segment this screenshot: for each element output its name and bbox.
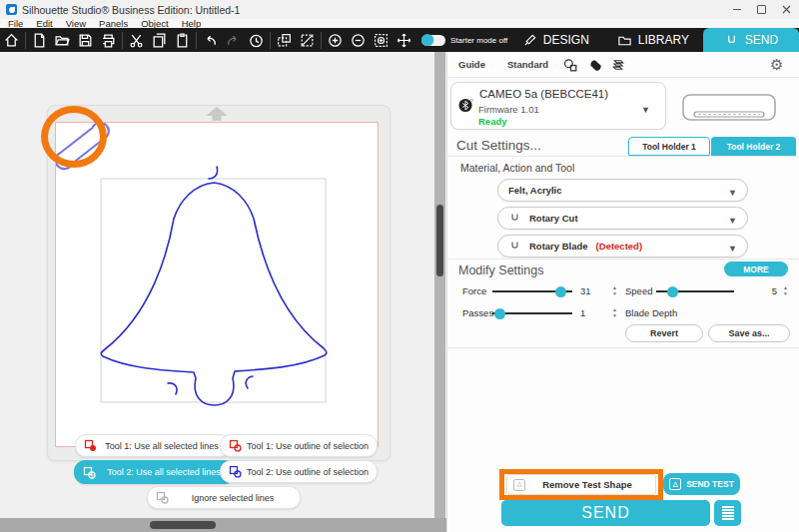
horizontal-scrollbar[interactable] (0, 518, 446, 532)
new-document-icon (31, 32, 48, 49)
app-logo-icon (6, 4, 17, 15)
action-by-layer-icon[interactable] (609, 57, 626, 74)
mode-guide[interactable]: Guide (458, 59, 485, 70)
paste-button[interactable] (171, 29, 194, 51)
test-shape-icon (513, 479, 525, 491)
minimize-button[interactable] (724, 0, 749, 19)
menu-edit[interactable]: Edit (36, 19, 52, 28)
force-label: Force (462, 285, 486, 296)
history-button[interactable] (245, 29, 268, 51)
revert-button[interactable]: Revert (625, 324, 703, 342)
bell-left-accent-arc[interactable] (168, 383, 177, 394)
settings-gear-icon[interactable] (770, 56, 783, 74)
remove-test-shape-label: Remove Test Shape (525, 479, 649, 490)
send-test-button[interactable]: SEND TEST (663, 473, 740, 495)
menu-panels[interactable]: Panels (99, 19, 128, 28)
passes-slider-thumb[interactable] (494, 308, 505, 319)
action-dropdown[interactable]: Rotary Cut (497, 207, 748, 230)
action-by-fill-icon[interactable] (587, 57, 604, 74)
zoom-in-button[interactable] (324, 29, 347, 51)
undo-button[interactable] (199, 29, 222, 51)
material-dropdown[interactable]: Felt, Acrylic (497, 179, 748, 202)
ignore-lines-label: Ignore selected lines (174, 493, 292, 503)
menu-help[interactable]: Help (182, 19, 202, 28)
canvas-area[interactable]: Tool 1: Use all selected lines Tool 1: U… (0, 52, 446, 532)
bell-top-accent-arc[interactable] (209, 167, 218, 179)
select-all-button[interactable] (273, 29, 296, 51)
home-button[interactable] (0, 29, 23, 51)
save-icon (77, 32, 94, 49)
horizontal-scrollbar-handle[interactable] (150, 521, 216, 529)
send-button[interactable]: SEND (501, 500, 710, 526)
tool2-all-lines-button[interactable]: Tool 2: Use all selected lines (74, 460, 236, 484)
tool-holder-icon (508, 212, 521, 225)
maximize-icon (757, 5, 766, 14)
menu-object[interactable]: Object (141, 19, 168, 28)
menu-file[interactable]: File (8, 19, 23, 28)
redo-button[interactable] (222, 29, 245, 51)
vertical-scrollbar-handle[interactable] (436, 205, 443, 276)
force-slider-thumb[interactable] (555, 286, 566, 297)
deselect-button[interactable] (296, 29, 319, 51)
force-slider[interactable] (492, 290, 572, 292)
print-button[interactable] (97, 29, 120, 51)
ignore-lines-icon (156, 491, 169, 504)
passes-stepper[interactable] (610, 307, 619, 318)
cut-button[interactable] (125, 29, 148, 51)
tool1-outline-button[interactable]: Tool 1: Use outline of selection (220, 434, 378, 457)
tool1-all-lines-button[interactable]: Tool 1: Use all selected lines (75, 434, 231, 457)
force-stepper[interactable] (610, 285, 619, 296)
tab-library[interactable]: LIBRARY (603, 28, 703, 52)
device-dropdown-arrow-icon[interactable] (641, 99, 650, 117)
passes-slider[interactable] (492, 312, 572, 314)
starter-mode-toggle[interactable] (421, 35, 445, 46)
bell-shape[interactable] (101, 183, 327, 405)
speed-slider[interactable] (656, 290, 734, 292)
test-shape[interactable] (56, 123, 109, 169)
device-status: Ready (478, 116, 507, 127)
close-icon (782, 5, 791, 14)
speed-stepper[interactable] (781, 285, 790, 296)
tool2-outline-button[interactable]: Tool 2: Use outline of selection (220, 460, 378, 483)
speed-label: Speed (625, 285, 652, 296)
vertical-scrollbar[interactable] (434, 52, 445, 532)
blade-depth-label: Blade Depth (625, 307, 677, 318)
deselect-icon (299, 32, 316, 49)
menu-view[interactable]: View (66, 19, 86, 28)
close-button[interactable] (774, 0, 799, 19)
design-page[interactable] (55, 122, 379, 447)
copy-button[interactable] (148, 29, 171, 51)
fit-to-page-button[interactable] (393, 29, 415, 51)
window-controls (724, 0, 799, 19)
zoom-out-button[interactable] (347, 29, 370, 51)
bell-right-accent-arc[interactable] (246, 376, 253, 388)
mode-standard[interactable]: Standard (507, 59, 548, 70)
tab-send[interactable]: SEND (703, 28, 799, 52)
action-by-shape-icon[interactable] (562, 57, 579, 74)
library-folder-icon (617, 33, 632, 48)
select-all-icon (276, 32, 293, 49)
selection-bounding-box[interactable] (101, 179, 326, 402)
tool-detected-status: (Detected) (596, 241, 642, 252)
job-queue-button[interactable] (714, 500, 741, 526)
remove-test-shape-button[interactable]: Remove Test Shape (506, 474, 656, 495)
save-as-button[interactable]: Save as... (708, 324, 790, 342)
send-panel: Guide Standard CAMEO 5a (BEBCCE41) Firmw… (446, 52, 799, 532)
save-button[interactable] (74, 29, 97, 51)
zoom-selection-button[interactable] (370, 29, 393, 51)
open-button[interactable] (51, 29, 74, 51)
maximize-button[interactable] (749, 0, 774, 19)
force-value: 31 (580, 285, 591, 296)
more-button[interactable]: MORE (724, 262, 788, 276)
title-bar: Silhouette Studio® Business Edition: Unt… (0, 0, 799, 20)
new-document-button[interactable] (28, 29, 51, 51)
machine-illustration (681, 90, 777, 126)
tab-tool-holder-2[interactable]: Tool Holder 2 (711, 137, 796, 156)
speed-slider-thumb[interactable] (667, 286, 678, 297)
ignore-lines-button[interactable]: Ignore selected lines (147, 486, 301, 509)
tool-dropdown[interactable]: Rotary Blade (Detected) (497, 235, 748, 258)
tab-design[interactable]: DESIGN (508, 28, 603, 52)
device-card[interactable]: CAMEO 5a (BEBCCE41) Firmware 1.01 Ready (450, 82, 666, 130)
tab-tool-holder-1[interactable]: Tool Holder 1 (628, 137, 710, 156)
toolbar-separator (321, 32, 322, 49)
